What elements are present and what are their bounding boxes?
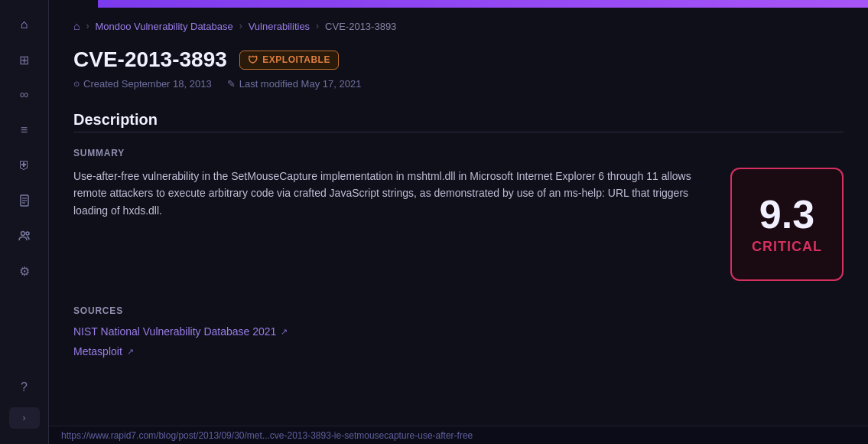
cve-metadata: ⊙ Created September 18, 2013 ✎ Last modi…	[73, 78, 844, 90]
sidebar-item-home[interactable]: ⌂	[9, 9, 40, 40]
top-accent-bar	[98, 0, 868, 8]
exploitable-badge: 🛡 EXPLOITABLE	[239, 51, 339, 70]
pencil-icon: ✎	[227, 78, 236, 90]
cve-title-row: CVE-2013-3893 🛡 EXPLOITABLE	[73, 47, 844, 72]
sources-label: SOURCES	[73, 305, 844, 316]
badge-shield-icon: 🛡	[248, 54, 258, 66]
source-link-nist[interactable]: NIST National Vulnerability Database 202…	[73, 325, 844, 338]
breadcrumb-home-icon[interactable]: ⌂	[73, 20, 80, 32]
sidebar-item-grid[interactable]: ⊞	[9, 44, 40, 75]
sidebar-item-document[interactable]	[9, 185, 40, 216]
svg-point-5	[26, 232, 29, 235]
content-area: ⌂ › Mondoo Vulnerability Database › Vuln…	[49, 8, 868, 426]
svg-point-4	[21, 232, 24, 236]
badge-label: EXPLOITABLE	[262, 54, 330, 65]
breadcrumb-link-mondoo[interactable]: Mondoo Vulnerability Database	[95, 21, 232, 32]
clock-icon: ⊙	[73, 80, 80, 88]
sources-section: SOURCES NIST National Vulnerability Data…	[73, 305, 844, 357]
summary-text: Use-after-free vulnerability in the SetM…	[73, 168, 706, 219]
status-url: https://www.rapid7.com/blog/post/2013/09…	[61, 430, 473, 441]
breadcrumb-link-vulnerabilities[interactable]: Vulnerabilities	[249, 21, 310, 32]
breadcrumb-sep-3: ›	[316, 21, 319, 31]
breadcrumb: ⌂ › Mondoo Vulnerability Database › Vuln…	[73, 20, 844, 32]
sidebar-item-infinity[interactable]: ∞	[9, 80, 40, 110]
cvss-score-card: 9.3 CRITICAL	[730, 168, 844, 281]
main-content: ⌂ › Mondoo Vulnerability Database › Vuln…	[49, 0, 868, 444]
cve-id-title: CVE-2013-3893	[73, 47, 227, 72]
score-severity-label: CRITICAL	[752, 239, 822, 255]
sidebar-item-users[interactable]	[9, 220, 40, 251]
source-link-metasploit[interactable]: Metasploit ↗	[73, 345, 844, 357]
cve-created: ⊙ Created September 18, 2013	[73, 78, 212, 90]
description-body: Use-after-free vulnerability in the SetM…	[73, 168, 844, 281]
external-link-icon-metasploit: ↗	[127, 347, 134, 357]
description-divider	[73, 132, 844, 132]
sidebar: ⌂ ⊞ ∞ ≡ ⛨ ⚙ ? ›	[0, 0, 49, 444]
source-nist-text: NIST National Vulnerability Database 202…	[73, 325, 276, 338]
breadcrumb-sep-2: ›	[239, 21, 242, 31]
source-metasploit-text: Metasploit	[73, 345, 122, 357]
external-link-icon-nist: ↗	[281, 327, 288, 337]
summary-label: SUMMARY	[73, 148, 844, 158]
status-bar: https://www.rapid7.com/blog/post/2013/09…	[49, 426, 868, 444]
description-heading: Description	[73, 111, 844, 129]
score-value: 9.3	[759, 194, 814, 234]
breadcrumb-current: CVE-2013-3893	[325, 21, 396, 32]
sidebar-expand-button[interactable]: ›	[9, 407, 40, 429]
sidebar-item-settings[interactable]: ⚙	[9, 256, 40, 286]
breadcrumb-sep-1: ›	[86, 21, 89, 31]
cve-modified: ✎ Last modified May 17, 2021	[227, 78, 362, 90]
sidebar-item-help[interactable]: ?	[9, 372, 40, 403]
sidebar-item-list[interactable]: ≡	[9, 115, 40, 145]
sidebar-item-shield[interactable]: ⛨	[9, 150, 40, 181]
